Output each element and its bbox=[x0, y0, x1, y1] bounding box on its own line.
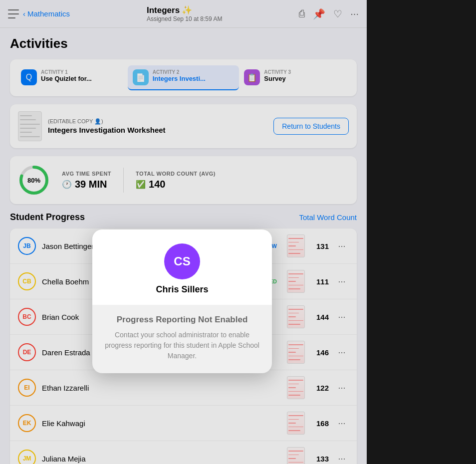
popup-warning-text: Contact your school administrator to ena… bbox=[104, 330, 260, 361]
popup-warning-title: Progress Reporting Not Enabled bbox=[104, 315, 260, 325]
popup-avatar-section: CS Chris Sillers bbox=[92, 230, 272, 305]
popup-student-name: Chris Sillers bbox=[156, 284, 208, 295]
popup-student-avatar: CS bbox=[164, 243, 200, 279]
popup-card: CS Chris Sillers Progress Reporting Not … bbox=[92, 230, 272, 373]
popup-body: Progress Reporting Not Enabled Contact y… bbox=[92, 305, 272, 361]
